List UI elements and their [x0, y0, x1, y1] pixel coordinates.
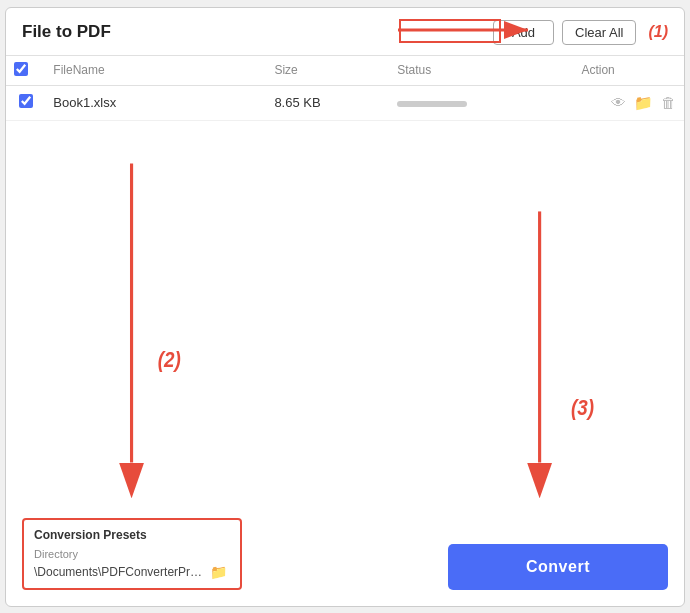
app-window: File to PDF Add Clear All — [5, 7, 685, 607]
col-header-action: Action — [573, 56, 684, 86]
col-header-filename: FileName — [45, 56, 266, 86]
header-buttons: Add Clear All (1) — [493, 20, 668, 45]
svg-text:(2): (2) — [158, 347, 181, 370]
bottom-section: Conversion Presets Directory \Documents\… — [6, 518, 684, 606]
action-icons: 👁 📁 🗑 — [581, 94, 676, 112]
table-row: Book1.xlsx 8.65 KB 👁 📁 🗑 — [6, 85, 684, 120]
folder-icon[interactable]: 📁 — [634, 94, 653, 112]
row-size-cell: 8.65 KB — [266, 85, 389, 120]
add-button[interactable]: Add — [493, 20, 554, 45]
svg-rect-2 — [400, 20, 500, 42]
col-header-size: Size — [266, 56, 389, 86]
conversion-presets-label: Conversion Presets — [34, 528, 230, 542]
directory-value: \Documents\PDFConverterPro\Create 📁 — [34, 564, 230, 580]
col-header-checkbox — [6, 56, 45, 86]
directory-label: Directory — [34, 548, 230, 560]
header: File to PDF Add Clear All — [6, 8, 684, 56]
convert-button[interactable]: Convert — [448, 544, 668, 590]
row-checkbox[interactable] — [19, 94, 33, 108]
svg-text:(3): (3) — [571, 395, 594, 418]
status-progress-bar — [397, 101, 467, 107]
annotation-label-1: (1) — [648, 23, 668, 41]
directory-path: \Documents\PDFConverterPro\Create — [34, 565, 204, 579]
file-table: FileName Size Status Action — [6, 56, 684, 121]
row-status-cell — [389, 85, 573, 120]
browse-folder-button[interactable]: 📁 — [210, 564, 227, 580]
preview-icon[interactable]: 👁 — [611, 94, 626, 111]
row-checkbox-cell — [6, 85, 45, 120]
page-title: File to PDF — [22, 22, 111, 42]
row-filename-cell: Book1.xlsx — [45, 85, 266, 120]
delete-icon[interactable]: 🗑 — [661, 94, 676, 111]
select-all-checkbox[interactable] — [14, 62, 28, 76]
row-action-cell: 👁 📁 🗑 — [573, 85, 684, 120]
col-header-status: Status — [389, 56, 573, 86]
clear-all-button[interactable]: Clear All — [562, 20, 636, 45]
main-content: FileName Size Status Action — [6, 56, 684, 606]
conversion-presets-box: Conversion Presets Directory \Documents\… — [22, 518, 242, 590]
